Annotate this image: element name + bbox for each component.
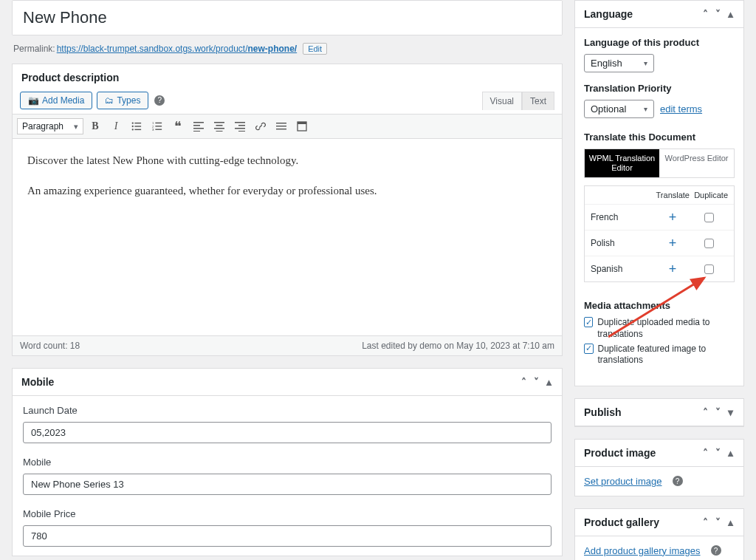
svg-rect-7: [155, 123, 162, 123]
edit-terms-link[interactable]: edit terms: [660, 103, 702, 115]
post-title-input[interactable]: [13, 1, 562, 35]
launch-date-label: Launch Date: [23, 405, 551, 416]
format-select[interactable]: Paragraph▾: [17, 118, 83, 134]
svg-rect-9: [155, 126, 162, 126]
description-header: Product description: [21, 72, 119, 83]
launch-date-input[interactable]: [23, 422, 551, 443]
duplicate-featured-checkbox[interactable]: ✓: [584, 344, 594, 354]
toggle-icon[interactable]: ▴: [545, 376, 553, 388]
svg-rect-12: [193, 122, 204, 123]
permalink-base[interactable]: https://black-trumpet.sandbox.otgs.work/…: [57, 44, 297, 54]
add-media-button[interactable]: 📷 Add Media: [20, 92, 92, 109]
fullscreen-button[interactable]: [293, 117, 311, 135]
tab-visual[interactable]: Visual: [482, 92, 522, 110]
svg-point-4: [132, 129, 134, 130]
types-button[interactable]: 🗂 Types: [97, 92, 148, 109]
svg-rect-15: [193, 131, 200, 132]
align-left-button[interactable]: [190, 117, 207, 135]
toggle-icon[interactable]: ▴: [726, 516, 735, 528]
chevron-up-icon[interactable]: ˄: [701, 447, 709, 459]
quote-button[interactable]: ❝: [169, 117, 187, 135]
help-icon[interactable]: ?: [673, 476, 683, 486]
duplicate-checkbox[interactable]: [704, 264, 714, 274]
bullet-list-button[interactable]: [128, 117, 145, 135]
wpml-editor-option[interactable]: WPML Translation Editor: [585, 149, 659, 177]
translation-table: Translate Duplicate French + Polish +: [584, 185, 735, 282]
help-icon[interactable]: ?: [154, 95, 165, 106]
priority-select[interactable]: Optional: [584, 100, 654, 118]
mobile-price-input[interactable]: [23, 525, 551, 547]
align-right-button[interactable]: [231, 117, 249, 135]
chevron-up-icon[interactable]: ˄: [701, 516, 709, 528]
product-gallery-header: Product gallery: [584, 516, 659, 528]
toggle-icon[interactable]: ▴: [726, 447, 735, 459]
svg-rect-26: [276, 129, 286, 129]
publish-header: Publish: [584, 406, 622, 418]
language-panel: Language ˄ ˅ ▴ Language of this product …: [574, 0, 744, 386]
more-button[interactable]: [272, 117, 290, 135]
svg-rect-3: [134, 126, 141, 126]
italic-button[interactable]: I: [107, 117, 125, 135]
svg-rect-21: [238, 125, 245, 126]
publish-panel: Publish ˄ ˅ ▾: [574, 398, 744, 427]
language-select[interactable]: English: [584, 54, 654, 72]
chevron-up-icon[interactable]: ˄: [520, 376, 528, 388]
post-title-box: [12, 0, 563, 35]
help-icon[interactable]: ?: [711, 545, 721, 556]
svg-rect-1: [134, 123, 141, 123]
svg-rect-11: [155, 129, 162, 130]
chevron-down-icon[interactable]: ˅: [714, 447, 722, 459]
align-center-button[interactable]: [210, 117, 228, 135]
mobile-price-label: Mobile Price: [23, 508, 551, 519]
add-translation-icon[interactable]: +: [666, 236, 679, 250]
mobile-header: Mobile: [21, 376, 54, 388]
chevron-down-icon[interactable]: ˅: [532, 376, 540, 388]
product-description-box: Product description 📷 Add Media 🗂 Types …: [12, 64, 563, 356]
svg-point-0: [132, 122, 134, 123]
chevron-down-icon[interactable]: ˅: [714, 516, 722, 528]
add-translation-icon[interactable]: +: [666, 211, 679, 224]
duplicate-media-checkbox[interactable]: ✓: [584, 317, 593, 327]
chevron-up-icon[interactable]: ˄: [701, 8, 709, 20]
svg-rect-23: [238, 131, 245, 132]
permalink-edit-button[interactable]: Edit: [303, 43, 327, 55]
toggle-icon[interactable]: ▾: [726, 406, 735, 418]
duplicate-checkbox[interactable]: [704, 213, 714, 222]
lang-name: Spanish: [591, 264, 656, 274]
svg-text:3: 3: [152, 128, 154, 132]
content-paragraph: An amazing experience guaranteed, whethe…: [27, 182, 547, 199]
word-count: Word count: 18: [20, 341, 80, 351]
svg-rect-17: [216, 125, 223, 126]
svg-rect-25: [276, 126, 286, 126]
calendar-icon: 🗂: [105, 95, 114, 106]
bold-button[interactable]: B: [86, 117, 104, 135]
mobile-label: Mobile: [23, 457, 551, 468]
permalink-row: Permalink: https://black-trumpet.sandbox…: [12, 43, 563, 55]
svg-rect-16: [214, 122, 224, 123]
lang-name: French: [591, 212, 656, 222]
editor-toolbar: Paragraph▾ B I 123 ❝: [13, 115, 562, 139]
translation-priority-label: Translation Priority: [584, 83, 735, 94]
wordpress-editor-option[interactable]: WordPress Editor: [659, 149, 734, 177]
product-image-panel: Product image ˄ ˅ ▴ Set product image ?: [574, 439, 744, 496]
lang-of-product-label: Language of this product: [584, 37, 735, 48]
svg-point-2: [132, 126, 134, 127]
duplicate-checkbox[interactable]: [704, 239, 714, 248]
svg-rect-18: [214, 128, 224, 129]
editor-content[interactable]: Discover the latest New Phone with cutti…: [13, 139, 562, 335]
add-translation-icon[interactable]: +: [666, 262, 679, 276]
mobile-input[interactable]: [23, 474, 551, 495]
product-gallery-panel: Product gallery ˄ ˅ ▴ Add product galler…: [574, 508, 744, 560]
chevron-up-icon[interactable]: ˄: [701, 406, 709, 418]
link-button[interactable]: [252, 117, 269, 135]
tab-text[interactable]: Text: [522, 92, 554, 110]
chevron-down-icon[interactable]: ˅: [714, 8, 722, 20]
product-image-header: Product image: [584, 447, 656, 459]
svg-rect-20: [235, 122, 245, 123]
chevron-down-icon[interactable]: ˅: [714, 406, 722, 418]
numbered-list-button[interactable]: 123: [148, 117, 166, 135]
translate-doc-label: Translate this Document: [584, 132, 735, 143]
set-product-image-link[interactable]: Set product image: [584, 476, 662, 487]
toggle-icon[interactable]: ▴: [726, 8, 735, 20]
add-gallery-images-link[interactable]: Add product gallery images: [584, 545, 701, 556]
